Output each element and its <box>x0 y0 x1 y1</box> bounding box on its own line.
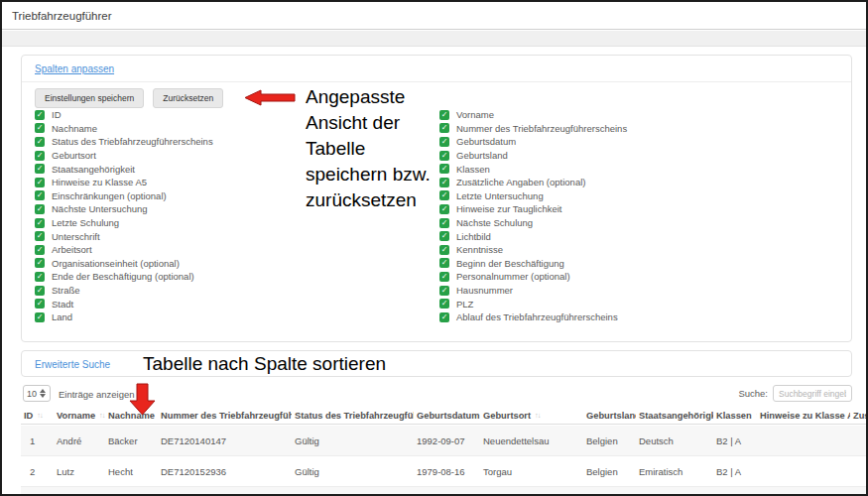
checked-checkbox-icon[interactable]: ✓ <box>439 218 449 228</box>
table-search: Suche: <box>738 385 852 402</box>
cell-status: Gültig <box>292 466 414 477</box>
table-header-cell[interactable]: Nummer des Triebfahrzeugführerscheins ↑↓ <box>158 407 292 424</box>
checked-checkbox-icon[interactable]: ✓ <box>439 299 449 309</box>
column-checkbox-item: ✓ Stadt <box>35 297 213 310</box>
checked-checkbox-icon[interactable]: ✓ <box>35 178 45 187</box>
checked-checkbox-icon[interactable]: ✓ <box>35 123 45 133</box>
cell-nummer: DE7120152936 <box>158 466 292 477</box>
column-checkbox-item: ✓ Letzte Schulung <box>35 216 213 230</box>
sort-icon[interactable]: ↑↓ <box>99 411 105 420</box>
checked-checkbox-icon[interactable]: ✓ <box>35 258 45 268</box>
table-header-cell[interactable]: Vorname ↑↓ <box>54 407 105 424</box>
column-checkbox-item: ✓ Arbeitsort <box>35 243 213 257</box>
search-input[interactable] <box>773 385 852 402</box>
column-checkbox-label: Nächste Schulung <box>456 217 533 228</box>
table-header-cell[interactable]: Geburtsland ↑↓ <box>583 407 636 424</box>
column-checkbox-item: ✓ Hinweise zu Klasse A5 <box>35 176 213 189</box>
cell-geburtsland: Belgien <box>583 435 636 446</box>
cell-vorname: André <box>54 435 105 446</box>
checked-checkbox-icon[interactable]: ✓ <box>35 286 45 296</box>
spinner-down-icon <box>40 394 46 398</box>
sort-icon[interactable]: ↑↓ <box>37 411 43 420</box>
checked-checkbox-icon[interactable]: ✓ <box>35 137 45 147</box>
entries-per-page-select[interactable]: 10 <box>23 385 51 402</box>
cell-id: 2 <box>21 466 54 477</box>
table-header-cell[interactable]: Hinweise zu Klasse A5 ↑↓ <box>757 407 850 424</box>
cell-nachname: Bäcker <box>105 435 158 446</box>
column-checkbox-label: Nachname <box>52 123 97 134</box>
checked-checkbox-icon[interactable]: ✓ <box>35 272 45 282</box>
checked-checkbox-icon[interactable]: ✓ <box>35 312 45 322</box>
table-header-cell[interactable]: Staatsangehörigkeit ↑↓ <box>636 407 713 424</box>
column-checkbox-label: Einschränkungen (optional) <box>52 190 167 201</box>
app-window: Triebfahrzeugführer Spalten anpassen Ein… <box>0 0 868 496</box>
table-header-cell[interactable]: Zusätzliche Angaben (optional) ↑↓ <box>850 407 868 424</box>
sort-icon[interactable]: ↑↓ <box>535 411 541 420</box>
column-checkbox-item: ✓ Nachname <box>35 122 213 136</box>
checked-checkbox-icon[interactable]: ✓ <box>439 245 449 255</box>
column-checkbox-item: ✓ Land <box>35 310 213 324</box>
column-checkbox-item: ✓ Ablauf des Triebfahrzeugführerscheins <box>439 310 627 324</box>
checked-checkbox-icon[interactable]: ✓ <box>439 286 449 296</box>
cell-geburtsland: Belgien <box>583 466 636 477</box>
column-checkbox-item: ✓ Status des Triebfahrzeugführerscheins <box>35 135 213 149</box>
checked-checkbox-icon[interactable]: ✓ <box>35 245 45 255</box>
advanced-search-link[interactable]: Erweiterte Suche <box>35 359 110 370</box>
table-header-cell[interactable]: ID ↑↓ <box>21 407 54 424</box>
column-checkbox-label: Ablauf des Triebfahrzeugführerscheins <box>456 311 618 322</box>
table-header-label: Geburtsdatum <box>417 411 480 421</box>
table-row-partial <box>21 487 866 494</box>
settings-button-row: Einstellungen speichern Zurücksetzen <box>35 88 223 108</box>
column-checkbox-label: Hausnummer <box>456 285 513 296</box>
column-checkbox-label: Lichtbild <box>456 231 491 242</box>
table-header-label: Nummer des Triebfahrzeugführerscheins <box>161 411 292 421</box>
annotation-arrow-down-icon <box>129 383 156 416</box>
column-checkbox-item: ✓ Staatsangehörigkeit <box>35 162 213 176</box>
cell-nachname: Hecht <box>105 466 158 477</box>
column-checkbox-item: ✓ Nächste Schulung <box>439 216 627 230</box>
column-checkbox-item: ✓ Geburtsort <box>35 149 213 163</box>
table-header-label: Geburtsort <box>483 411 531 421</box>
column-checkbox-item: ✓ Straße <box>35 284 213 298</box>
cell-staatsangehoerigkeit: Deutsch <box>636 435 713 446</box>
save-settings-button[interactable]: Einstellungen speichern <box>35 88 144 108</box>
column-checkbox-item: ✓ Personalnummer (optional) <box>439 270 627 284</box>
table-row[interactable]: 1 André Bäcker DE7120140147 Gültig 1992-… <box>21 426 866 456</box>
table-header-cell[interactable]: Status des Triebfahrzeugführerscheins ↑↓ <box>292 407 414 424</box>
checked-checkbox-icon[interactable]: ✓ <box>35 110 45 120</box>
table-header-label: Staatsangehörigkeit <box>639 411 713 421</box>
column-checkbox-item: ✓ Hausnummer <box>439 284 627 298</box>
columns-panel: Spalten anpassen Einstellungen speichern… <box>21 55 852 342</box>
column-checkbox-label: Status des Triebfahrzeugführerscheins <box>52 136 213 147</box>
checked-checkbox-icon[interactable]: ✓ <box>35 164 45 174</box>
column-checkbox-item: ✓ Kenntnisse <box>439 243 627 257</box>
table-row[interactable]: 2 Lutz Hecht DE7120152936 Gültig 1979-08… <box>21 456 866 487</box>
column-checkbox-label: Hinweise zu Klasse A5 <box>52 177 147 187</box>
column-checkbox-item: ✓ Einschränkungen (optional) <box>35 189 213 203</box>
column-checkbox-label: Personalnummer (optional) <box>456 271 570 282</box>
checked-checkbox-icon[interactable]: ✓ <box>35 299 45 309</box>
column-checkbox-item: ✓ Organisationseinheit (optional) <box>35 257 213 271</box>
checked-checkbox-icon[interactable]: ✓ <box>35 231 45 241</box>
table-header-label: Klassen <box>716 411 752 421</box>
table-header-cell[interactable]: Klassen ↑↓ <box>713 407 757 424</box>
checked-checkbox-icon[interactable]: ✓ <box>35 151 45 161</box>
customize-columns-link[interactable]: Spalten anpassen <box>35 63 114 74</box>
checked-checkbox-icon[interactable]: ✓ <box>439 312 449 322</box>
checked-checkbox-icon[interactable]: ✓ <box>439 258 449 268</box>
checked-checkbox-icon[interactable]: ✓ <box>439 272 449 282</box>
checked-checkbox-icon[interactable]: ✓ <box>35 204 45 214</box>
column-checkbox-label: Arbeitsort <box>52 244 92 255</box>
table-header-label: Vorname <box>57 411 95 421</box>
table-header-cell[interactable]: Geburtsort ↑↓ <box>480 407 583 424</box>
checked-checkbox-icon[interactable]: ✓ <box>439 231 449 241</box>
checked-checkbox-icon[interactable]: ✓ <box>35 218 45 228</box>
table-header-cell[interactable]: Geburtsdatum ↑↓ <box>414 407 480 424</box>
column-checkbox-list-left: ✓ ID ✓ Nachname ✓ Status des Triebfahrze… <box>35 108 213 324</box>
column-checkbox-label: Nächste Untersuchung <box>52 203 148 214</box>
reset-settings-button[interactable]: Zurücksetzen <box>153 88 223 108</box>
checked-checkbox-icon[interactable]: ✓ <box>35 190 45 200</box>
column-checkbox-label: Kenntnisse <box>456 244 503 255</box>
cell-geburtsdatum: 1992-09-07 <box>414 435 480 446</box>
table-header-label: Zusätzliche Angaben (optional) <box>853 411 868 421</box>
